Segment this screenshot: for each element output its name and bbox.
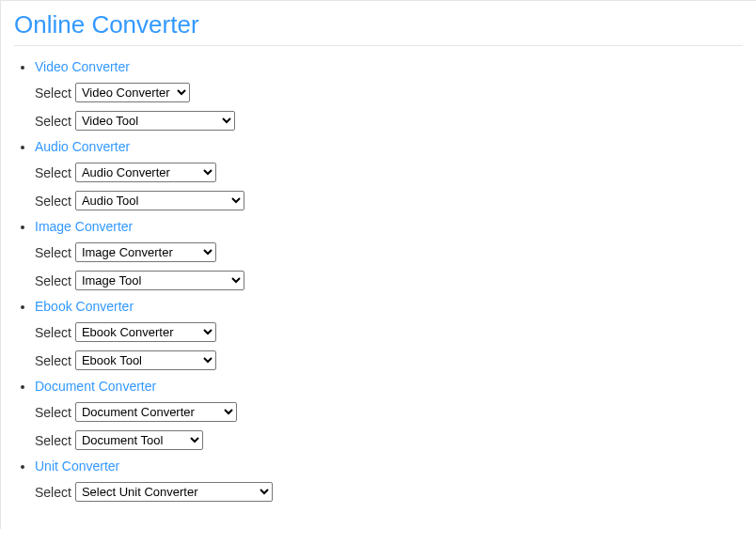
select-label: Select: [35, 165, 71, 180]
select-audio-converter[interactable]: Audio Converter: [75, 163, 216, 182]
select-row: SelectSelect Unit Converter: [35, 482, 743, 502]
category-link-ebook-converter[interactable]: Ebook Converter: [35, 299, 134, 314]
select-row: SelectEbook Tool: [35, 350, 743, 370]
select-image-tool[interactable]: Image Tool: [75, 271, 244, 290]
select-label: Select: [35, 245, 71, 260]
category-link-video-converter[interactable]: Video Converter: [35, 59, 130, 74]
category-item-unit-converter: Unit ConverterSelectSelect Unit Converte…: [35, 459, 743, 502]
select-video-converter[interactable]: Video Converter: [75, 83, 190, 102]
category-item-video-converter: Video ConverterSelectVideo ConverterSele…: [35, 59, 743, 131]
category-item-audio-converter: Audio ConverterSelectAudio ConverterSele…: [35, 139, 743, 210]
select-image-converter[interactable]: Image Converter: [75, 242, 216, 262]
select-ebook-tool[interactable]: Ebook Tool: [75, 350, 216, 370]
select-label: Select: [35, 273, 71, 288]
select-ebook-converter[interactable]: Ebook Converter: [75, 322, 216, 342]
select-row: SelectDocument Converter: [35, 402, 743, 422]
select-row: SelectVideo Converter: [35, 83, 743, 102]
select-row: SelectImage Converter: [35, 242, 743, 262]
category-item-document-converter: Document ConverterSelectDocument Convert…: [35, 379, 743, 450]
select-label: Select: [35, 114, 71, 129]
select-document-converter[interactable]: Document Converter: [75, 402, 237, 422]
page-container: Online Converter Video ConverterSelectVi…: [0, 0, 756, 529]
category-list: Video ConverterSelectVideo ConverterSele…: [14, 59, 743, 502]
select-audio-tool[interactable]: Audio Tool: [75, 191, 244, 210]
select-video-tool[interactable]: Video Tool: [75, 111, 235, 131]
select-row: SelectImage Tool: [35, 271, 743, 290]
select-label: Select: [35, 405, 71, 420]
category-item-image-converter: Image ConverterSelectImage ConverterSele…: [35, 219, 743, 290]
category-item-ebook-converter: Ebook ConverterSelectEbook ConverterSele…: [35, 299, 743, 370]
select-label: Select: [35, 353, 71, 368]
category-link-audio-converter[interactable]: Audio Converter: [35, 139, 130, 154]
select-select-unit-converter[interactable]: Select Unit Converter: [75, 482, 273, 502]
select-row: SelectVideo Tool: [35, 111, 743, 131]
page-title: Online Converter: [14, 10, 743, 46]
select-label: Select: [35, 485, 71, 500]
select-row: SelectAudio Tool: [35, 191, 743, 210]
select-row: SelectAudio Converter: [35, 163, 743, 182]
select-label: Select: [35, 433, 71, 448]
category-link-unit-converter[interactable]: Unit Converter: [35, 459, 119, 474]
select-row: SelectDocument Tool: [35, 430, 743, 450]
select-label: Select: [35, 194, 71, 209]
select-document-tool[interactable]: Document Tool: [75, 430, 203, 450]
select-row: SelectEbook Converter: [35, 322, 743, 342]
category-link-image-converter[interactable]: Image Converter: [35, 219, 133, 234]
select-label: Select: [35, 325, 71, 340]
select-label: Select: [35, 85, 71, 101]
category-link-document-converter[interactable]: Document Converter: [35, 379, 156, 394]
